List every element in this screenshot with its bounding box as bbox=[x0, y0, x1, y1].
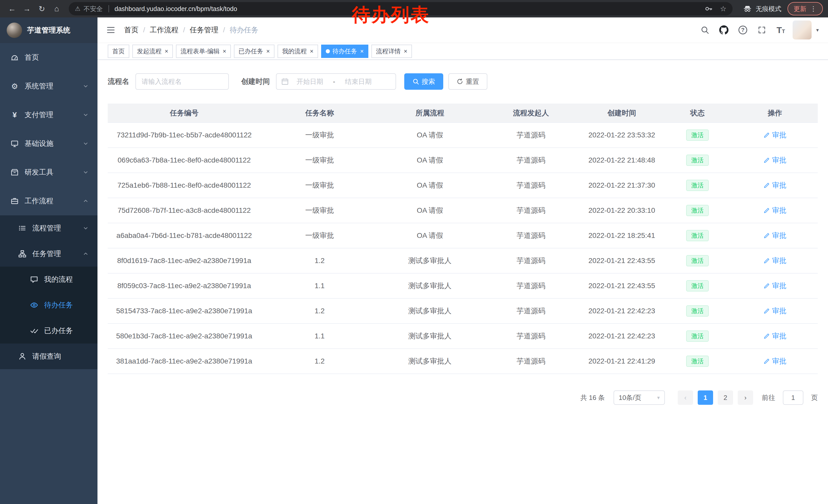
tab-process-detail[interactable]: 流程详情× bbox=[371, 45, 412, 58]
user-avatar[interactable] bbox=[793, 20, 812, 40]
fullscreen-icon[interactable] bbox=[755, 21, 769, 39]
back-icon[interactable]: ← bbox=[5, 2, 19, 16]
sidebar-item-my-processes[interactable]: 我的流程 bbox=[0, 267, 97, 292]
page-size-select[interactable]: 10条/页 ▾ bbox=[614, 391, 665, 405]
approve-button[interactable]: 审批 bbox=[763, 356, 786, 366]
approve-label: 审批 bbox=[772, 130, 786, 140]
breadcrumb-workflow[interactable]: 工作流程 bbox=[150, 25, 178, 35]
tabs-bar: 首页 发起流程× 流程表单-编辑× 已办任务× 我的流程× 待办任务× 流程详情… bbox=[97, 43, 828, 60]
sidebar-item-label: 支付管理 bbox=[25, 110, 53, 120]
font-size-icon[interactable]: TT bbox=[774, 21, 788, 39]
cell-created: 2022-01-22 21:48:48 bbox=[581, 148, 663, 173]
sidebar-item-leave-query[interactable]: 请假查询 bbox=[0, 343, 97, 369]
breadcrumb-current: 待办任务 bbox=[230, 25, 258, 35]
sidebar-item-infrastructure[interactable]: 基础设施 bbox=[0, 129, 97, 158]
approve-label: 审批 bbox=[772, 231, 786, 240]
approve-button[interactable]: 审批 bbox=[763, 256, 786, 266]
forward-icon[interactable]: → bbox=[20, 2, 34, 16]
date-range-picker[interactable]: - bbox=[276, 73, 396, 90]
chevron-down-icon bbox=[83, 141, 88, 146]
help-icon[interactable]: ? bbox=[736, 21, 750, 39]
tab-label: 首页 bbox=[112, 47, 125, 55]
breadcrumb-separator: / bbox=[223, 26, 225, 34]
sidebar-item-done-tasks[interactable]: 已办任务 bbox=[0, 318, 97, 343]
password-key-icon[interactable] bbox=[704, 4, 713, 13]
cell-status: 激活 bbox=[663, 123, 732, 148]
approve-button[interactable]: 审批 bbox=[763, 180, 786, 190]
tab-close-icon[interactable]: × bbox=[360, 48, 364, 54]
approve-button[interactable]: 审批 bbox=[763, 155, 786, 165]
approve-button[interactable]: 审批 bbox=[763, 130, 786, 140]
tab-done-tasks[interactable]: 已办任务× bbox=[234, 45, 275, 58]
tab-my-processes[interactable]: 我的流程× bbox=[278, 45, 318, 58]
sidebar-item-label: 首页 bbox=[25, 53, 39, 62]
github-icon[interactable] bbox=[717, 21, 731, 39]
home-icon[interactable]: ⌂ bbox=[50, 2, 64, 16]
cell-initiator: 芋道源码 bbox=[481, 173, 581, 198]
tab-close-icon[interactable]: × bbox=[310, 48, 314, 54]
tab-close-icon[interactable]: × bbox=[165, 48, 168, 54]
cell-action: 审批 bbox=[732, 123, 818, 148]
cell-task-id: 75d72608-7b7f-11ec-a3c8-acde48001122 bbox=[108, 198, 261, 223]
tab-form-edit[interactable]: 流程表单-编辑× bbox=[176, 45, 231, 58]
cell-initiator: 芋道源码 bbox=[481, 223, 581, 248]
sidebar-item-devtools[interactable]: 研发工具 bbox=[0, 158, 97, 187]
sidebar-item-system[interactable]: ⚙ 系统管理 bbox=[0, 72, 97, 100]
status-badge: 激活 bbox=[686, 305, 709, 317]
sidebar-item-task-management[interactable]: 任务管理 bbox=[0, 241, 97, 267]
reset-button[interactable]: 重置 bbox=[448, 73, 487, 90]
process-name-label: 流程名 bbox=[108, 77, 129, 86]
tab-todo-tasks[interactable]: 待办任务× bbox=[321, 45, 368, 58]
cell-task-id: 381aa1dd-7ac8-11ec-a9e2-a2380e71991a bbox=[108, 349, 261, 374]
goto-page-input[interactable] bbox=[783, 391, 803, 405]
chat-icon bbox=[30, 275, 38, 284]
start-date-input[interactable] bbox=[290, 78, 330, 86]
toolbox-icon bbox=[10, 168, 19, 177]
breadcrumb-home[interactable]: 首页 bbox=[124, 25, 138, 35]
approve-button[interactable]: 审批 bbox=[763, 331, 786, 341]
table-row: 8f059c03-7ac8-11ec-a9e2-a2380e71991a 1.1… bbox=[108, 273, 818, 299]
search-icon[interactable] bbox=[698, 21, 712, 39]
tab-home[interactable]: 首页 bbox=[108, 45, 129, 58]
reload-icon[interactable]: ↻ bbox=[35, 2, 49, 16]
sidebar-item-process-management[interactable]: 流程管理 bbox=[0, 215, 97, 241]
approve-button[interactable]: 审批 bbox=[763, 281, 786, 291]
prev-page-button[interactable]: ‹ bbox=[678, 391, 693, 405]
approve-button[interactable]: 审批 bbox=[763, 306, 786, 316]
cell-task-name: 1.1 bbox=[261, 273, 379, 299]
process-name-input[interactable] bbox=[135, 73, 229, 90]
sidebar-item-payment[interactable]: ¥ 支付管理 bbox=[0, 100, 97, 129]
cell-process: 测试多审批人 bbox=[379, 299, 481, 324]
page-content: 流程名 创建时间 - 搜索 重置 bbox=[97, 60, 828, 405]
approve-button[interactable]: 审批 bbox=[763, 205, 786, 215]
security-label: 不安全 bbox=[84, 5, 103, 13]
tab-label: 流程详情 bbox=[376, 47, 401, 55]
tab-close-icon[interactable]: × bbox=[223, 48, 226, 54]
tab-close-icon[interactable]: × bbox=[266, 48, 270, 54]
bookmark-star-icon[interactable]: ☆ bbox=[720, 5, 727, 13]
status-badge: 激活 bbox=[686, 154, 709, 166]
cell-action: 审批 bbox=[732, 299, 818, 324]
approve-button[interactable]: 审批 bbox=[763, 231, 786, 240]
table-row: 58154733-7ac8-11ec-a9e2-a2380e71991a 1.2… bbox=[108, 299, 818, 324]
tab-close-icon[interactable]: × bbox=[404, 48, 407, 54]
page-button-1[interactable]: 1 bbox=[698, 391, 713, 405]
sidebar-item-workflow[interactable]: 工作流程 bbox=[0, 187, 97, 215]
sidebar-collapse-icon[interactable] bbox=[97, 17, 124, 43]
status-badge: 激活 bbox=[686, 330, 709, 342]
update-button[interactable]: 更新 ⋮ bbox=[787, 2, 823, 15]
sidebar-item-home[interactable]: 首页 bbox=[0, 43, 97, 72]
sidebar-item-todo-tasks[interactable]: 待办任务 bbox=[0, 292, 97, 318]
screen: ← → ↻ ⌂ ⚠ 不安全 dashboard.yudao.iocoder.cn… bbox=[0, 0, 828, 504]
next-page-button[interactable]: › bbox=[738, 391, 753, 405]
end-date-input[interactable] bbox=[338, 78, 378, 86]
chevron-up-icon bbox=[83, 198, 88, 203]
approve-label: 审批 bbox=[772, 281, 786, 291]
breadcrumb-task-management[interactable]: 任务管理 bbox=[190, 25, 218, 35]
cell-task-name: 一级审批 bbox=[261, 123, 379, 148]
dashboard-icon bbox=[10, 53, 19, 62]
avatar-caret-icon[interactable]: ▾ bbox=[816, 27, 819, 33]
tab-launch-process[interactable]: 发起流程× bbox=[132, 45, 173, 58]
search-button[interactable]: 搜索 bbox=[404, 73, 443, 90]
page-button-2[interactable]: 2 bbox=[718, 391, 733, 405]
